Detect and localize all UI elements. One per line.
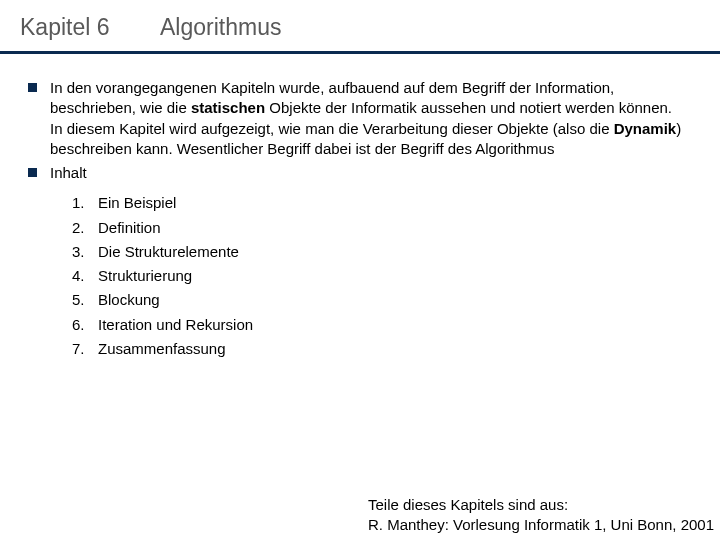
bullet-list: In den vorangegangenen Kapiteln wurde, a… — [28, 78, 692, 361]
intro-bold-dynamik: Dynamik — [614, 120, 677, 137]
chapter-label: Kapitel 6 — [20, 14, 150, 41]
page-title: Algorithmus — [160, 14, 281, 41]
item-number: 5. — [72, 290, 98, 310]
list-item: 6.Iteration und Rekursion — [72, 313, 692, 337]
item-text: Ein Beispiel — [98, 193, 176, 213]
item-number: 3. — [72, 242, 98, 262]
slide: Kapitel 6 Algorithmus In den vorangegang… — [0, 0, 720, 540]
intro-text-2a: In diesem Kapitel wird aufgezeigt, wie m… — [50, 120, 614, 137]
item-text: Strukturierung — [98, 266, 192, 286]
intro-text-1b: Objekte der Informatik aussehen und noti… — [265, 99, 672, 116]
list-item: 7.Zusammenfassung — [72, 337, 692, 361]
slide-body: In den vorangegangenen Kapiteln wurde, a… — [0, 54, 720, 361]
numbered-list: 1.Ein Beispiel 2.Definition 3.Die Strukt… — [72, 191, 692, 361]
inhalt-label: Inhalt — [50, 164, 87, 181]
list-item: 2.Definition — [72, 216, 692, 240]
footer-line-2: R. Manthey: Vorlesung Informatik 1, Uni … — [368, 515, 714, 535]
list-item: 1.Ein Beispiel — [72, 191, 692, 215]
item-number: 4. — [72, 266, 98, 286]
item-text: Zusammenfassung — [98, 339, 226, 359]
item-number: 6. — [72, 315, 98, 335]
item-text: Definition — [98, 218, 161, 238]
list-item: 3.Die Strukturelemente — [72, 240, 692, 264]
footer-attribution: Teile dieses Kapitels sind aus: R. Manth… — [368, 495, 714, 534]
item-text: Blockung — [98, 290, 160, 310]
item-text: Die Strukturelemente — [98, 242, 239, 262]
intro-bold-statischen: statischen — [191, 99, 265, 116]
bullet-intro: In den vorangegangenen Kapiteln wurde, a… — [28, 78, 692, 159]
item-text: Iteration und Rekursion — [98, 315, 253, 335]
list-item: 4.Strukturierung — [72, 264, 692, 288]
footer-line-1: Teile dieses Kapitels sind aus: — [368, 495, 714, 515]
item-number: 1. — [72, 193, 98, 213]
item-number: 7. — [72, 339, 98, 359]
list-item: 5.Blockung — [72, 288, 692, 312]
slide-header: Kapitel 6 Algorithmus — [0, 0, 720, 54]
item-number: 2. — [72, 218, 98, 238]
bullet-inhalt: Inhalt 1.Ein Beispiel 2.Definition 3.Die… — [28, 163, 692, 361]
